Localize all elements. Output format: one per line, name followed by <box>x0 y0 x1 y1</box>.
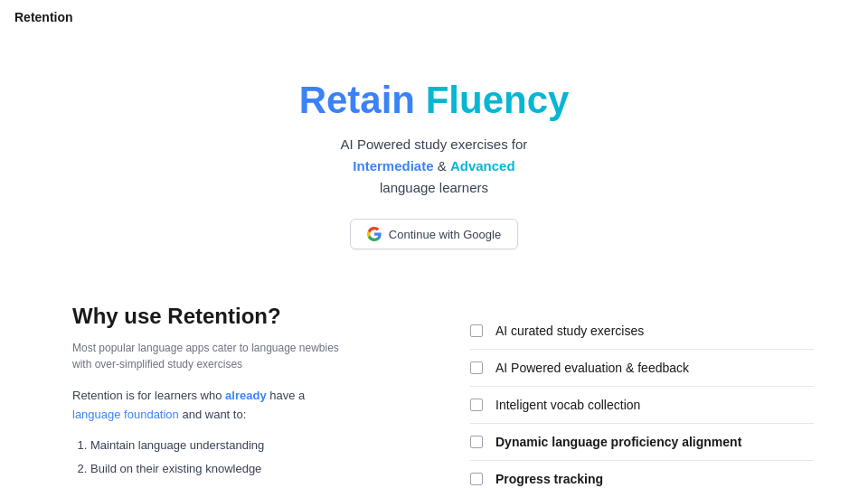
feature-item: Dynamic language proficiency alignment <box>470 424 814 461</box>
feature-label: AI curated study exercises <box>495 324 644 338</box>
google-btn-label: Continue with Google <box>389 228 501 241</box>
hero-title: Retain Fluency <box>18 80 850 121</box>
feature-checkbox <box>470 436 483 448</box>
main-content: Why use Retention? Most popular language… <box>0 286 868 488</box>
list-item: Maintain language understanding <box>90 434 416 457</box>
why-title: Why use Retention? <box>72 304 416 329</box>
feature-label: Inteligent vocab collection <box>495 398 640 412</box>
feature-label: AI Powered evaluation & feedback <box>495 361 689 375</box>
top-nav: Retention <box>0 0 868 34</box>
google-signin-button[interactable]: Continue with Google <box>350 219 518 249</box>
hero-section: Retain Fluency AI Powered study exercise… <box>0 34 868 286</box>
list-item: Build on their existing knowledge <box>90 457 416 481</box>
hero-subtitle: AI Powered study exercises for Intermedi… <box>18 134 850 199</box>
for-learners-text: Retention is for learners who already ha… <box>72 387 416 425</box>
why-description: Most popular language apps cater to lang… <box>72 340 344 372</box>
feature-checkbox <box>470 473 483 485</box>
feature-checkbox <box>470 324 483 337</box>
google-icon <box>367 227 382 241</box>
feature-item: Inteligent vocab collection <box>470 387 814 424</box>
features-list: AI curated study exercisesAI Powered eva… <box>470 304 814 488</box>
want-list: Maintain language understanding Build on… <box>72 434 416 481</box>
feature-item: Progress tracking <box>470 461 814 488</box>
feature-checkbox <box>470 361 483 374</box>
hero-title-retain: Retain <box>299 79 415 121</box>
feature-item: AI curated study exercises <box>470 313 814 350</box>
feature-checkbox <box>470 399 483 411</box>
feature-item: AI Powered evaluation & feedback <box>470 350 814 387</box>
why-section: Why use Retention? Most popular language… <box>72 304 416 488</box>
hero-title-fluency: Fluency <box>426 79 570 121</box>
feature-label: Progress tracking <box>495 472 603 486</box>
brand-logo: Retention <box>14 10 73 24</box>
feature-label: Dynamic language proficiency alignment <box>495 435 741 449</box>
